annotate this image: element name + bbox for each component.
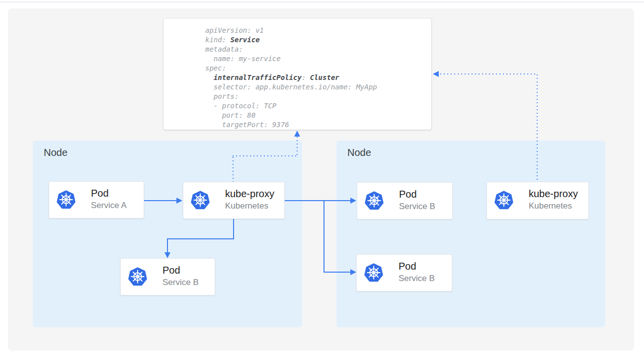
kubernetes-icon — [364, 263, 384, 283]
kube-proxy-left-card: kube-proxy Kubernetes — [183, 182, 285, 219]
yaml-policy-key: internalTrafficPolicy — [205, 73, 302, 81]
card-title: Pod — [399, 260, 435, 273]
yaml-line: apiVersion: v1 — [205, 26, 431, 35]
edge-kubeproxy-left — [167, 238, 234, 239]
edge-branch-down — [323, 200, 324, 273]
dotted-kubeproxy-right-across — [440, 73, 538, 74]
edge-kubeproxy-to-podb-right-bottom — [323, 272, 351, 273]
kubernetes-icon — [494, 190, 514, 210]
dotted-kubeproxy-right-up — [537, 74, 538, 181]
pod-service-b-left-card: Pod Service B — [120, 258, 215, 295]
kubernetes-icon — [56, 190, 76, 210]
edge-kubeproxy-to-podb-right-top — [285, 200, 351, 201]
node-right-label: Node — [336, 141, 605, 158]
dotted-right-arrowhead-left — [433, 71, 439, 77]
kube-proxy-right-card: kube-proxy Kubernetes — [486, 182, 589, 219]
card-subtitle: Service B — [399, 273, 435, 285]
card-subtitle: Service A — [91, 200, 127, 212]
node-right: Node — [336, 141, 605, 327]
kubernetes-traffic-diagram: apiVersion: v1 kind: Service metadata: n… — [0, 0, 644, 362]
kubernetes-icon — [364, 191, 384, 211]
yaml-line: name: my-service — [205, 54, 431, 64]
edge-kubeproxy-down — [233, 219, 234, 239]
edge-kubeproxy-to-podb-right-top-arrowhead — [350, 198, 356, 204]
dotted-kubeproxy-left-to-yaml — [297, 137, 298, 156]
yaml-separator: : — [302, 73, 310, 81]
kubernetes-icon — [128, 267, 148, 287]
yaml-line: ports: — [205, 92, 431, 101]
card-subtitle: Kubernetes — [225, 200, 274, 212]
dotted-left-arrowhead-up — [294, 131, 300, 137]
node-left: Node — [33, 141, 302, 327]
yaml-line: internalTrafficPolicy: Cluster — [205, 73, 431, 82]
pod-service-b-right-bottom-card: Pod Service B — [356, 254, 452, 291]
card-subtitle: Service B — [162, 277, 199, 289]
yaml-key: kind: — [205, 36, 231, 44]
card-subtitle: Kubernetes — [529, 200, 578, 212]
pod-service-b-right-top-card: Pod Service B — [357, 182, 453, 219]
top-divider — [0, 1, 644, 2]
card-title: kube-proxy — [225, 188, 274, 200]
yaml-line: port: 80 — [205, 111, 431, 120]
pod-service-a-card: Pod Service A — [49, 181, 144, 218]
yaml-line: - protocol: TCP — [205, 101, 431, 111]
dotted-kubeproxy-left-across — [233, 155, 298, 156]
edge-poda-to-kubeproxy-arrowhead — [176, 198, 182, 204]
edge-to-podb-left — [167, 238, 168, 253]
yaml-line: selector: app.kubernetes.io/name: MyApp — [205, 82, 431, 92]
card-subtitle: Service B — [399, 201, 435, 213]
kubernetes-icon — [190, 190, 210, 210]
card-title: Pod — [162, 264, 199, 277]
yaml-policy-value: Cluster — [310, 73, 339, 81]
yaml-line: spec: — [205, 64, 431, 73]
service-yaml-card: apiVersion: v1 kind: Service metadata: n… — [163, 18, 432, 130]
yaml-line: kind: Service — [205, 35, 431, 45]
edge-to-podb-left-arrowhead — [164, 252, 170, 258]
yaml-line: targetPort: 9376 — [205, 120, 431, 130]
card-title: Pod — [91, 187, 127, 200]
edge-poda-to-kubeproxy — [139, 200, 177, 201]
edge-kubeproxy-to-podb-right-bottom-arrowhead — [350, 269, 356, 275]
card-title: Pod — [399, 188, 435, 201]
yaml-line: metadata: — [205, 45, 431, 54]
service-yaml-code: apiVersion: v1 kind: Service metadata: n… — [163, 18, 431, 130]
yaml-kind-value: Service — [231, 36, 260, 44]
card-title: kube-proxy — [529, 188, 578, 200]
dotted-kubeproxy-left-up — [233, 157, 234, 182]
